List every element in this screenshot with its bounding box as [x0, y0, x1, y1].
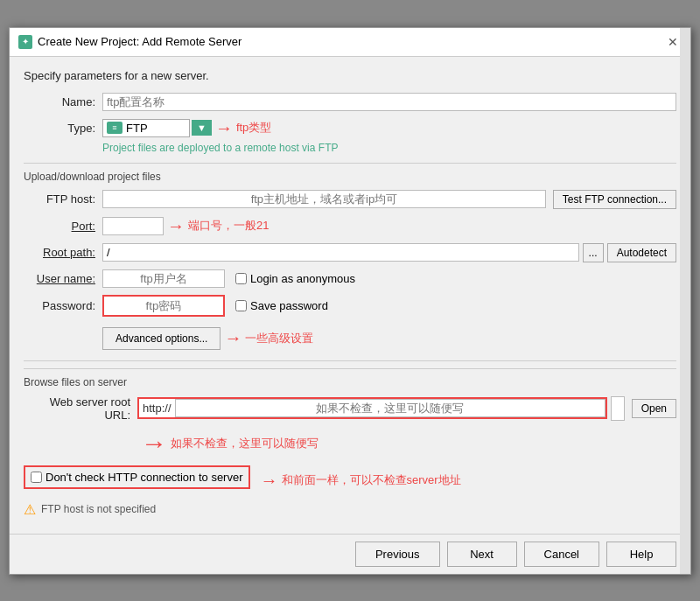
- web-url-row: Web server root URL: http:// Open: [24, 395, 676, 422]
- root-path-row: Root path: ... Autodetect: [24, 243, 676, 262]
- dialog-content: Specify parameters for a new server. Nam…: [10, 57, 690, 534]
- save-password-text: Save password: [250, 299, 328, 312]
- dont-check-arrow: →: [261, 471, 278, 491]
- save-password-label[interactable]: Save password: [235, 299, 328, 312]
- web-url-label: Web server root URL:: [24, 395, 137, 422]
- browse-section-title: Browse files on server: [24, 368, 676, 388]
- save-password-checkbox[interactable]: [235, 300, 247, 311]
- open-btn[interactable]: Open: [632, 399, 676, 418]
- root-path-wrap: ... Autodetect: [102, 243, 676, 262]
- web-url-input[interactable]: [175, 399, 606, 417]
- login-anonymous-label[interactable]: Login as anonymous: [235, 272, 355, 285]
- warning-row: ⚠ FTP host is not specified: [24, 501, 676, 518]
- subtitle: Specify parameters for a new server.: [24, 69, 676, 82]
- web-url-input-wrap: http://: [137, 397, 607, 419]
- advanced-annotation-wrap: → 一些高级设置: [220, 328, 313, 348]
- titlebar-icon: ✦: [18, 35, 32, 49]
- type-row: Type: ≡ FTP ▼ → ftp类型: [24, 118, 676, 138]
- type-label: Type:: [24, 122, 102, 135]
- port-arrow: →: [167, 216, 185, 236]
- port-input[interactable]: [102, 217, 164, 235]
- port-annotation: 端口号，一般21: [188, 218, 269, 234]
- warning-icon: ⚠: [24, 501, 36, 518]
- port-row: Port: → 端口号，一般21: [24, 216, 676, 236]
- port-label: Port:: [24, 220, 102, 233]
- password-label: Password:: [24, 299, 102, 312]
- root-path-input[interactable]: [102, 243, 579, 262]
- type-hint: Project files are deployed to a remote h…: [102, 142, 676, 154]
- ftp-host-row: FTP host: Test FTP connection...: [24, 190, 676, 209]
- type-arrow: →: [215, 118, 233, 138]
- test-ftp-btn[interactable]: Test FTP connection...: [553, 190, 676, 209]
- advanced-arrow: →: [224, 328, 242, 348]
- type-select[interactable]: ≡ FTP: [102, 119, 190, 137]
- login-anonymous-checkbox[interactable]: [235, 273, 247, 284]
- dont-check-annotation: 和前面一样，可以不检查server地址: [282, 472, 461, 488]
- help-btn[interactable]: Help: [606, 542, 676, 567]
- name-row: Name:: [24, 93, 676, 111]
- ftp-host-label: FTP host:: [24, 192, 102, 206]
- user-label: User name:: [24, 272, 102, 285]
- dont-check-row: Don't check HTTP connection to server → …: [24, 465, 676, 496]
- type-annotation: ftp类型: [236, 120, 271, 136]
- ftp-host-input[interactable]: [102, 190, 546, 208]
- dialog-window: ✦ Create New Project: Add Remote Server …: [9, 27, 691, 575]
- web-url-prefix: http://: [139, 399, 175, 417]
- type-annotation-wrap: → ftp类型: [212, 118, 271, 138]
- type-dropdown-btn[interactable]: ▼: [192, 120, 212, 136]
- password-input[interactable]: [102, 295, 225, 317]
- titlebar: ✦ Create New Project: Add Remote Server …: [10, 28, 690, 57]
- user-input[interactable]: [102, 269, 225, 288]
- scrollbar[interactable]: [680, 28, 690, 574]
- dialog-footer: Previous Next Cancel Help: [10, 534, 690, 574]
- next-btn[interactable]: Next: [447, 542, 517, 567]
- dont-check-annotation-wrap: → 和前面一样，可以不检查server地址: [257, 471, 461, 491]
- type-value: FTP: [126, 122, 148, 135]
- user-row: User name: Login as anonymous: [24, 269, 676, 288]
- dont-check-label[interactable]: Don't check HTTP connection to server: [24, 465, 250, 489]
- previous-btn[interactable]: Previous: [355, 542, 440, 567]
- cancel-btn[interactable]: Cancel: [524, 542, 599, 567]
- advanced-row: Advanced options... → 一些高级设置: [24, 324, 676, 353]
- root-path-label: Root path:: [24, 246, 102, 259]
- ftp-icon: ≡: [107, 122, 122, 134]
- name-label: Name:: [24, 95, 102, 108]
- name-input[interactable]: [102, 93, 676, 111]
- upload-section-title: Upload/download project files: [24, 163, 676, 183]
- titlebar-left: ✦ Create New Project: Add Remote Server: [18, 35, 242, 49]
- web-url-arrow: →: [141, 429, 167, 458]
- web-url-annotation: 如果不检查，这里可以随便写: [171, 436, 318, 451]
- web-url-annotation-wrap: → 如果不检查，这里可以随便写: [137, 429, 676, 458]
- dots-btn[interactable]: ...: [583, 243, 604, 262]
- password-row: Password: Save password: [24, 295, 676, 317]
- warning-text: FTP host is not specified: [41, 503, 156, 515]
- advanced-btn[interactable]: Advanced options...: [102, 327, 220, 350]
- titlebar-title: Create New Project: Add Remote Server: [38, 35, 242, 48]
- port-annotation-wrap: → 端口号，一般21: [164, 216, 269, 236]
- browse-section: Browse files on server Web server root U…: [24, 360, 676, 518]
- advanced-annotation: 一些高级设置: [245, 331, 313, 346]
- dont-check-text: Don't check HTTP connection to server: [46, 471, 243, 484]
- autodetect-btn[interactable]: Autodetect: [607, 243, 676, 262]
- login-anonymous-text: Login as anonymous: [250, 272, 355, 285]
- close-button[interactable]: ✕: [664, 33, 682, 51]
- dont-check-checkbox[interactable]: [31, 472, 42, 483]
